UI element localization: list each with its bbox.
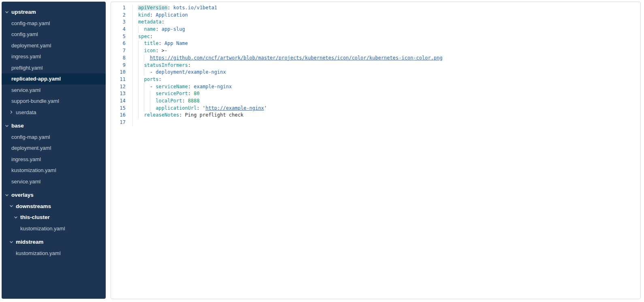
code-line: 17 [111, 119, 640, 126]
code-token: icon [144, 48, 156, 53]
code-token: ports [144, 77, 158, 82]
indent-guides [138, 98, 156, 105]
line-number: 6 [111, 40, 133, 47]
sidebar-item-overlays[interactable]: overlays [2, 189, 106, 201]
code-token: app-slug [159, 26, 185, 32]
code-lines: 1apiVersion: kots.io/v1beta12kind: Appli… [111, 4, 640, 126]
sidebar-item-deployment-yaml[interactable]: deployment.yaml [2, 142, 106, 154]
sidebar-item-base[interactable]: base [2, 120, 106, 132]
sidebar-item-config-map-yaml[interactable]: config-map.yaml [2, 18, 106, 29]
code-token: kots.io/v1beta1 [170, 5, 217, 11]
tree-file-label: service.yaml [11, 179, 41, 185]
code-token: 80 [191, 91, 200, 96]
code-content: icon: >- [133, 47, 167, 55]
tree-file-label: kustomization.yaml [16, 250, 61, 256]
code-token: title [144, 40, 158, 46]
indent-guides [138, 26, 144, 33]
code-token: ' [200, 105, 205, 111]
sidebar-item-replicated-app-yaml[interactable]: replicated-app.yaml [2, 73, 106, 85]
line-number: 8 [111, 55, 133, 62]
indent-guides [138, 76, 144, 83]
chevron-right-icon [9, 110, 16, 114]
indent-guides [138, 62, 144, 69]
sidebar-item-kustomization-yaml[interactable]: kustomization.yaml [2, 223, 106, 234]
code-token: applicationUrl [156, 105, 196, 111]
sidebar-item-ingress-yaml[interactable]: ingress.yaml [2, 51, 106, 62]
code-line: 8https://github.com/cncf/artwork/blob/ma… [111, 55, 640, 62]
sidebar-item-deployment-yaml[interactable]: deployment.yaml [2, 40, 106, 51]
chevron-down-icon [5, 193, 11, 197]
code-token: - [150, 69, 156, 75]
code-token: name [144, 26, 156, 32]
code-line: 16releaseNotes: Ping preflight check [111, 112, 640, 119]
indent-guides [138, 90, 156, 98]
sidebar-item-config-yaml[interactable]: config.yaml [2, 29, 106, 40]
url-link[interactable]: http://example-nginx [205, 105, 264, 111]
sidebar-item-this-cluster[interactable]: this-cluster [2, 212, 106, 223]
code-line: 7icon: >- [111, 47, 640, 55]
tree-file-label: support-bundle.yaml [11, 98, 59, 104]
sidebar-item-support-bundle-yaml[interactable]: support-bundle.yaml [2, 96, 106, 107]
code-content [133, 119, 138, 126]
code-line: 9statusInformers: [111, 62, 640, 69]
sidebar-item-kustomization-yaml[interactable]: kustomization.yaml [2, 165, 106, 176]
chevron-down-icon [9, 204, 16, 208]
code-token: : [182, 98, 185, 104]
code-token: metadata [138, 19, 162, 25]
code-content: servicePort: 80 [133, 90, 200, 98]
line-number: 1 [111, 4, 133, 12]
code-line: 4name: app-slug [111, 26, 640, 33]
code-line: 15applicationUrl: 'http://example-nginx' [111, 105, 640, 112]
tree-file-label: config-map.yaml [11, 20, 50, 26]
tree-section-label: base [11, 123, 24, 129]
indent-guides [138, 69, 150, 76]
code-editor[interactable]: 1apiVersion: kots.io/v1beta12kind: Appli… [111, 2, 641, 299]
chevron-down-icon [5, 124, 11, 128]
code-token: : [159, 77, 162, 82]
code-content: localPort: 8888 [133, 98, 200, 105]
code-token: spec [138, 34, 150, 39]
line-number: 3 [111, 19, 133, 26]
code-token: - [150, 84, 156, 89]
url-link[interactable]: https://github.com/cncf/artwork/blob/mas… [150, 55, 442, 61]
tree-file-label: kustomization.yaml [20, 225, 65, 232]
code-content: statusInformers: [133, 62, 191, 69]
sidebar-item-downstreams[interactable]: downstreams [2, 201, 106, 212]
code-line: 13servicePort: 80 [111, 90, 640, 98]
sidebar-item-service-yaml[interactable]: service.yaml [2, 176, 106, 187]
sidebar-item-userdata[interactable]: userdata [2, 107, 106, 118]
line-number: 12 [111, 83, 133, 91]
code-content: spec: [133, 33, 153, 40]
line-number: 13 [111, 90, 133, 98]
code-token: apiVersion [138, 5, 168, 11]
code-content: ports: [133, 76, 162, 83]
tree-file-label: replicated-app.yaml [11, 76, 61, 82]
indent-guides [138, 40, 144, 47]
indent-guides [138, 47, 144, 55]
code-line: 5spec: [111, 33, 640, 40]
tree-section-label: downstreams [16, 203, 51, 209]
tree-file-label: service.yaml [11, 87, 41, 93]
code-content: kind: Application [133, 12, 188, 19]
sidebar-item-ingress-yaml[interactable]: ingress.yaml [2, 154, 106, 165]
sidebar-item-upstream[interactable]: upstream [2, 6, 106, 18]
line-number: 15 [111, 105, 133, 112]
tree-file-label: deployment.yaml [11, 145, 51, 151]
chevron-down-icon [9, 240, 16, 244]
sidebar-item-preflight-yaml[interactable]: preflight.yaml [2, 62, 106, 74]
tree-file-label: kustomization.yaml [11, 167, 56, 173]
sidebar-item-midstream[interactable]: midstream [2, 236, 106, 248]
code-token: ' [264, 105, 267, 111]
sidebar-item-kustomization-yaml[interactable]: kustomization.yaml [2, 248, 106, 259]
code-line: 11ports: [111, 76, 640, 83]
line-number: 9 [111, 62, 133, 69]
code-line: 14localPort: 8888 [111, 98, 640, 105]
code-content: https://github.com/cncf/artwork/blob/mas… [133, 55, 442, 62]
code-line: 2kind: Application [111, 12, 640, 19]
line-number: 16 [111, 112, 133, 119]
code-token: : [188, 62, 191, 68]
code-token: statusInformers [144, 62, 188, 68]
sidebar-item-config-map-yaml[interactable]: config-map.yaml [2, 132, 106, 143]
sidebar-item-service-yaml[interactable]: service.yaml [2, 85, 106, 96]
code-token: : [188, 84, 191, 89]
